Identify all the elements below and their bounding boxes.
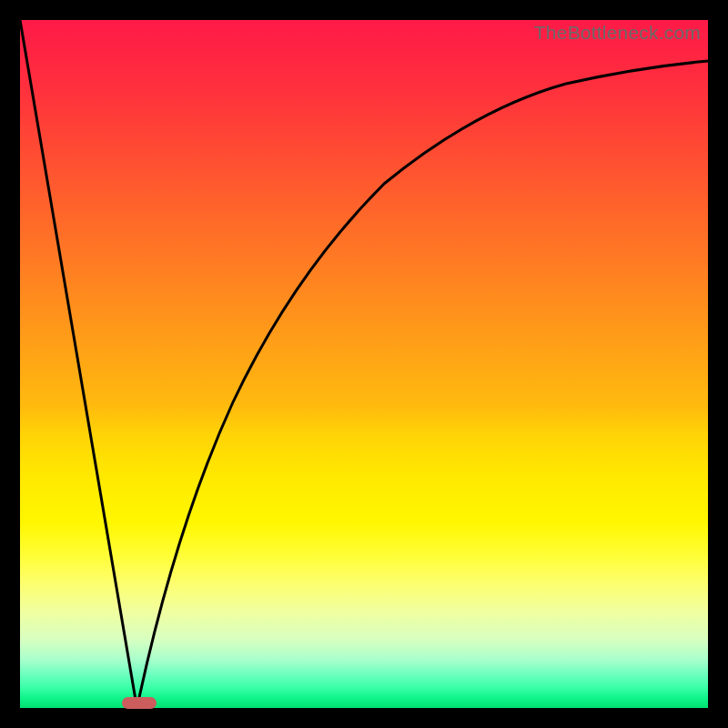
chart-curves [20,20,708,708]
chart-plot-area: TheBottleneck.com [20,20,708,708]
right-curve [137,61,709,708]
bottleneck-marker [122,697,157,709]
left-line [20,20,137,708]
chart-frame: TheBottleneck.com [0,0,728,728]
